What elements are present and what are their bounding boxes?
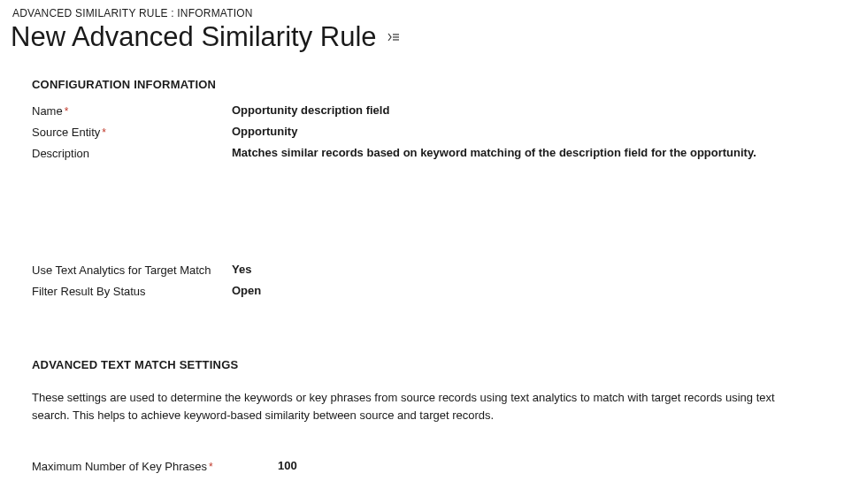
advanced-heading: ADVANCED TEXT MATCH SETTINGS xyxy=(32,358,812,371)
text-analytics-value[interactable]: Yes xyxy=(232,263,812,276)
text-analytics-label: Use Text Analytics for Target Match xyxy=(32,263,232,277)
source-entity-label: Source Entity* xyxy=(32,125,232,139)
config-section: CONFIGURATION INFORMATION Name* Opportun… xyxy=(0,78,844,298)
field-row-description: Description Matches similar records base… xyxy=(32,146,812,160)
title-dropdown-icon[interactable] xyxy=(386,29,402,45)
field-row-max-phrases: Maximum Number of Key Phrases* 100 xyxy=(32,459,812,473)
description-label: Description xyxy=(32,146,232,160)
name-value[interactable]: Opportunity description field xyxy=(232,103,812,117)
max-phrases-value[interactable]: 100 xyxy=(278,459,812,472)
source-entity-value[interactable]: Opportunity xyxy=(232,125,812,138)
required-mark: * xyxy=(209,461,213,473)
field-row-text-analytics: Use Text Analytics for Target Match Yes xyxy=(32,263,812,277)
field-row-name: Name* Opportunity description field xyxy=(32,103,812,118)
config-heading: CONFIGURATION INFORMATION xyxy=(32,78,812,91)
description-value[interactable]: Matches similar records based on keyword… xyxy=(232,146,812,159)
required-mark: * xyxy=(102,126,106,139)
advanced-section: ADVANCED TEXT MATCH SETTINGS These setti… xyxy=(0,358,844,473)
page-title-row: New Advanced Similarity Rule xyxy=(0,21,844,78)
filter-status-label: Filter Result By Status xyxy=(32,284,232,298)
name-label: Name* xyxy=(32,103,232,118)
advanced-description: These settings are used to determine the… xyxy=(32,389,812,424)
filter-status-value[interactable]: Open xyxy=(232,284,812,297)
required-mark: * xyxy=(65,105,69,118)
field-row-filter-status: Filter Result By Status Open xyxy=(32,284,812,298)
breadcrumb: ADVANCED SIMILARITY RULE : INFORMATION xyxy=(0,0,844,21)
field-row-source-entity: Source Entity* Opportunity xyxy=(32,125,812,139)
page-title: New Advanced Similarity Rule xyxy=(11,21,377,53)
max-phrases-label: Maximum Number of Key Phrases* xyxy=(32,459,278,473)
